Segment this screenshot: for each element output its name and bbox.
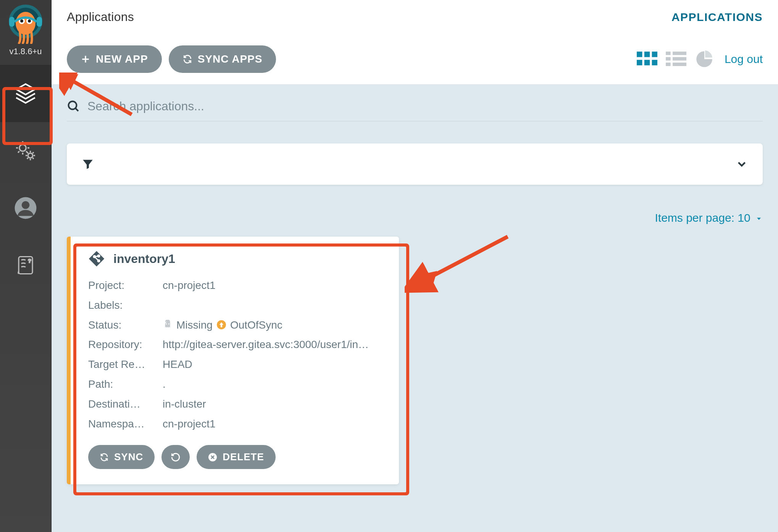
label-destination: Destinati… [88, 394, 163, 414]
view-pie-icon[interactable] [695, 50, 714, 69]
label-labels: Labels: [88, 295, 163, 315]
svg-point-34 [168, 324, 169, 325]
value-status: Missing OutOfSync [163, 315, 384, 335]
version-label: v1.8.6+u [9, 47, 42, 56]
plus-icon [81, 54, 90, 64]
refresh-icon [171, 452, 181, 462]
docs-icon: ? [15, 255, 36, 276]
label-path: Path: [88, 374, 163, 394]
svg-rect-23 [673, 52, 686, 55]
nav-sidebar: v1.8.6+u [0, 0, 52, 532]
svg-point-2 [16, 12, 36, 35]
label-target-rev: Target Re… [88, 355, 163, 374]
argo-logo [5, 3, 46, 44]
svg-rect-7 [9, 17, 15, 27]
value-labels [163, 295, 384, 315]
sync-icon [100, 453, 109, 462]
search-bar [67, 96, 763, 121]
card-delete-label: DELETE [223, 451, 264, 463]
svg-rect-19 [637, 60, 642, 65]
value-target-rev: HEAD [163, 355, 384, 374]
svg-point-10 [19, 145, 26, 152]
arrow-up-circle-icon [216, 320, 226, 330]
status-missing: Missing [176, 315, 213, 335]
svg-rect-24 [666, 57, 671, 61]
breadcrumb[interactable]: APPLICATIONS [671, 11, 763, 24]
svg-rect-21 [652, 60, 657, 65]
filter-bar[interactable] [67, 143, 763, 185]
value-path: . [163, 374, 384, 394]
svg-rect-16 [637, 52, 642, 57]
svg-rect-22 [666, 52, 671, 55]
ghost-icon [163, 320, 173, 330]
svg-point-28 [69, 101, 77, 109]
svg-point-11 [28, 153, 33, 158]
search-icon [67, 100, 81, 113]
nav-docs[interactable]: ? [0, 237, 51, 294]
svg-rect-17 [644, 52, 650, 57]
sync-apps-label: SYNC APPS [198, 53, 263, 65]
sync-apps-button[interactable]: SYNC APPS [169, 45, 276, 73]
app-name: inventory1 [113, 252, 175, 266]
label-repo: Repository: [88, 335, 163, 355]
svg-point-33 [166, 324, 167, 325]
card-delete-button[interactable]: DELETE [197, 445, 276, 469]
value-namespace: cn-project1 [163, 414, 384, 434]
svg-marker-9 [16, 84, 35, 95]
status-outofsync: OutOfSync [230, 315, 282, 335]
svg-rect-25 [673, 57, 686, 61]
main-region: Applications APPLICATIONS NEW APP SYNC A… [52, 0, 778, 532]
svg-rect-20 [644, 60, 650, 65]
side-nav: ? [0, 65, 51, 294]
label-namespace: Namespa… [88, 414, 163, 434]
chevron-down-icon [735, 158, 748, 171]
pager-label: Items per page: 10 [655, 211, 751, 224]
application-tile[interactable]: inventory1 Project:cn-project1 Labels: S… [67, 237, 399, 484]
label-project: Project: [88, 276, 163, 295]
svg-rect-26 [666, 63, 671, 66]
value-destination: in-cluster [163, 394, 384, 414]
label-status: Status: [88, 315, 163, 335]
nav-settings[interactable] [0, 122, 51, 179]
nav-applications[interactable] [0, 65, 51, 122]
view-tiles-icon[interactable] [637, 51, 657, 68]
card-sync-label: SYNC [114, 451, 143, 463]
filter-icon [81, 158, 94, 171]
svg-rect-8 [37, 17, 42, 27]
svg-point-6 [28, 19, 31, 23]
page-title: Applications [67, 10, 134, 24]
git-icon [88, 250, 105, 267]
new-app-label: NEW APP [96, 53, 148, 65]
svg-point-13 [22, 201, 30, 209]
logout-link[interactable]: Log out [725, 53, 763, 66]
new-app-button[interactable]: NEW APP [67, 45, 162, 73]
card-sync-button[interactable]: SYNC [88, 445, 155, 469]
search-input[interactable] [87, 99, 763, 113]
svg-text:?: ? [28, 258, 31, 264]
delete-icon [208, 453, 217, 462]
view-list-icon[interactable] [666, 51, 686, 68]
items-per-page[interactable]: Items per page: 10 [67, 211, 763, 224]
svg-point-4 [20, 19, 23, 23]
svg-line-29 [76, 108, 79, 111]
gears-icon [14, 139, 37, 162]
sync-icon [182, 54, 192, 64]
topbar: Applications APPLICATIONS NEW APP SYNC A… [52, 0, 778, 85]
card-refresh-button[interactable] [161, 445, 190, 469]
nav-user[interactable] [0, 179, 51, 237]
user-circle-icon [14, 196, 37, 220]
value-project: cn-project1 [163, 276, 384, 295]
value-repo: http://gitea-server.gitea.svc:3000/user1… [163, 335, 384, 355]
content-region: Items per page: 10 inventory1 Project:cn… [52, 85, 778, 532]
svg-rect-18 [652, 52, 657, 57]
svg-rect-27 [673, 63, 686, 66]
layers-icon [13, 81, 38, 106]
caret-down-icon [755, 215, 763, 222]
